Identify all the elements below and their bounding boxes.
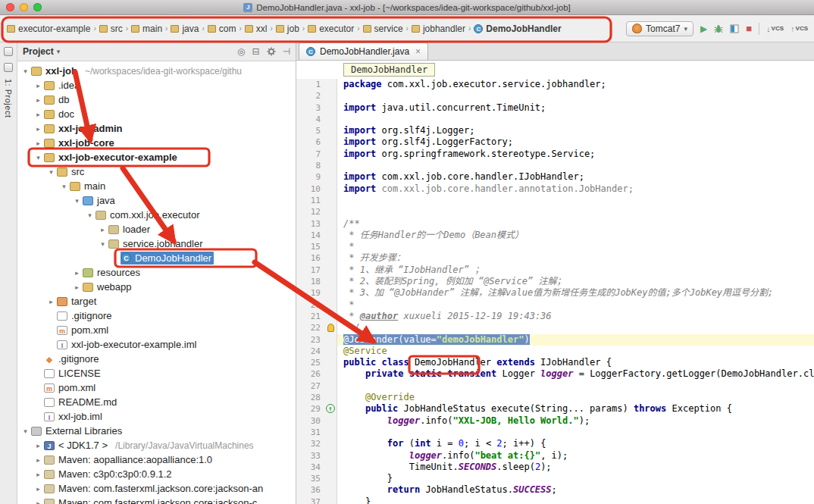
editor-breadcrumb-chip[interactable]: DemoJobHandler [343,63,435,77]
tree-item-xxl-job-executor-example-iml[interactable]: Ixxl-job-executor-example.iml [17,337,296,352]
vcs-update-button[interactable]: ↓VCS [766,24,784,33]
editor-tab-demojobhandler[interactable]: C DemoJobHandler.java × [299,42,428,60]
code-text[interactable]: return JobHandleStatus.SUCCESS; [337,484,814,496]
tree-expand-arrow[interactable]: ▸ [33,125,43,133]
intention-bulb-icon[interactable] [327,324,334,332]
gutter[interactable] [325,311,337,322]
tree-item-loader[interactable]: ▸loader [17,222,296,236]
gutter[interactable] [325,195,337,206]
code-text[interactable]: public class DemoJobHandler extends IJob… [337,357,814,368]
code-text[interactable]: * 3、加 “@JobHander” 注解，注解value值为新增任务生成的Jo… [337,287,814,299]
tree-expand-arrow[interactable]: ▸ [33,111,43,118]
tree-item-pom-xml[interactable]: mpom.xml [17,323,296,337]
code-text[interactable]: * 任务Handler的一个Demo（Bean模式） [337,230,814,241]
tree-item-service-jobhandler[interactable]: ▾service.jobhandler [17,236,296,251]
line-number[interactable]: 34 [296,462,325,473]
gutter[interactable] [325,322,337,333]
code-text[interactable]: import org.slf4j.Logger; [337,125,814,136]
gutter[interactable] [325,450,337,462]
tree-item-xxl-job-admin[interactable]: ▸xxl-job-admin [17,121,296,136]
gutter[interactable] [325,346,337,357]
code-text[interactable]: logger.info("XXL-JOB, Hello World."); [337,415,814,427]
code-text[interactable] [337,380,814,392]
gutter[interactable] [325,368,337,380]
close-window-button[interactable] [6,3,14,11]
tree-expand-arrow[interactable]: ▸ [33,471,43,478]
gutter[interactable] [325,265,337,276]
tree-collapse-arrow[interactable]: ▾ [46,168,56,176]
code-text[interactable]: import com.xxl.job.core.handler.annotati… [337,183,814,195]
line-number[interactable]: 28 [296,392,325,403]
tree-expand-arrow[interactable]: ▸ [33,485,43,493]
tree-expand-arrow[interactable]: ▸ [33,442,43,449]
line-number[interactable]: 36 [296,484,325,496]
code-text[interactable] [337,114,814,125]
code-text[interactable] [337,206,814,218]
tree-item-pom-xml[interactable]: mpom.xml [17,380,296,395]
breadcrumb-item-demojobhandler[interactable]: CDemoJobHandler [471,22,563,36]
code-text[interactable]: logger.info("beat at:{}", i); [337,450,814,462]
tree-item-java[interactable]: ▾java [17,193,296,208]
line-number[interactable]: 29 [296,403,325,415]
gutter[interactable] [325,252,337,264]
tree-item-main[interactable]: ▾main [17,179,296,193]
breadcrumb-item-executor-example[interactable]: executor-example [5,22,92,36]
gutter[interactable] [325,484,337,496]
gutter[interactable] [325,102,337,114]
close-tab-icon[interactable]: × [415,46,421,57]
gutter[interactable] [325,462,337,473]
tree-item-gitignore[interactable]: .gitignore [17,308,296,323]
debug-button[interactable] [714,24,723,33]
line-number[interactable]: 13 [296,218,325,230]
tree-item-maven-aopalliance-aopalliance-1-0[interactable]: ▸Maven: aopalliance:aopalliance:1.0 [17,452,296,467]
tree-expand-arrow[interactable]: ▸ [72,283,82,291]
gutter[interactable] [325,415,337,427]
project-tool-window-button[interactable]: 1: Project [4,79,13,117]
tree-item-readme-md[interactable]: README.md [17,395,296,409]
gutter[interactable] [325,334,337,346]
gutter[interactable] [325,90,337,102]
gutter[interactable] [325,171,337,183]
line-number[interactable]: 5 [296,125,325,136]
tree-collapse-arrow[interactable]: ▾ [20,427,30,435]
tree-expand-arrow[interactable]: ▸ [72,269,82,277]
code-text[interactable]: import com.xxl.job.core.handler.IJobHand… [337,171,814,183]
tool-window-icon[interactable] [4,63,13,72]
breadcrumb-item-com[interactable]: com [205,22,239,36]
code-text[interactable]: package com.xxl.job.executor.service.job… [337,79,814,90]
line-number[interactable]: 22 [296,322,325,333]
tree-item-xxl-job-executor-example[interactable]: ▾xxl-job-executor-example [17,150,296,164]
tree-item-idea[interactable]: ▸.idea [17,78,296,92]
tree-item-maven-com-fasterxml-jackson-core-jackson-an[interactable]: ▸Maven: com.fasterxml.jackson.core:jacks… [17,481,296,496]
tree-collapse-arrow[interactable]: ▾ [20,67,30,75]
code-text[interactable]: import org.slf4j.LoggerFactory; [337,136,814,148]
line-number[interactable]: 19 [296,287,325,299]
gutter[interactable] [325,125,337,136]
gutter[interactable] [325,79,337,90]
code-text[interactable]: @Override [337,392,814,403]
line-number[interactable]: 25 [296,357,325,368]
vcs-commit-button[interactable]: ↑VCS [791,24,808,33]
tree-expand-arrow[interactable]: ▸ [33,499,43,504]
code-text[interactable]: } [337,496,814,504]
tree-item-target[interactable]: ▸target [17,294,296,308]
tree-expand-arrow[interactable]: ▸ [33,139,43,147]
line-number[interactable]: 35 [296,473,325,484]
code-text[interactable] [337,160,814,171]
line-number[interactable]: 3 [296,102,325,114]
coverage-button[interactable] [730,24,739,33]
tree-item-xxl-job-core[interactable]: ▸xxl-job-core [17,136,296,150]
tree-item-xxl-job[interactable]: ▾xxl-job~/workspaces/idea-git-workspace/… [17,64,296,78]
gutter[interactable] [325,149,337,160]
gear-icon[interactable] [267,47,276,56]
tree-item-gitignore[interactable]: ◆.gitignore [17,352,296,366]
code-text[interactable]: * 2、装配到Spring, 例如加 “@Service” 注解； [337,276,814,287]
line-number[interactable]: 1 [296,79,325,90]
gutter[interactable] [325,496,337,504]
gutter[interactable] [325,380,337,392]
code-text[interactable]: @Service [337,346,814,357]
tree-item-db[interactable]: ▸db [17,92,296,107]
line-number[interactable]: 18 [296,276,325,287]
line-number[interactable]: 31 [296,427,325,438]
tree-expand-arrow[interactable]: ▸ [98,226,108,233]
